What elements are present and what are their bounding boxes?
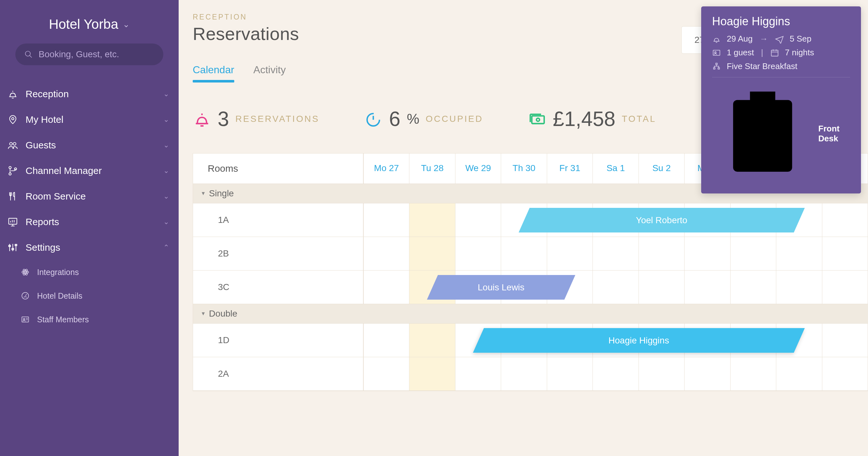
reservation-guest: Louis Lewis [478, 282, 524, 293]
calendar-cell[interactable] [822, 270, 868, 304]
calendar-cell[interactable] [364, 203, 409, 237]
calendar-cell[interactable] [639, 237, 685, 270]
calendar-cell[interactable] [593, 237, 639, 270]
reservation-bar[interactable]: Hoagie Higgins [473, 328, 804, 353]
calendar-cell[interactable] [639, 357, 685, 391]
calendar-cell[interactable] [822, 323, 868, 357]
tooltip-checkin: 29 Aug [727, 34, 753, 44]
room-row: 1AYoel Roberto [193, 203, 868, 237]
calendar-cell[interactable] [409, 203, 455, 237]
svg-point-24 [715, 52, 716, 53]
chevron-down-icon: ⌄ [163, 218, 169, 226]
calendar-cell[interactable] [593, 270, 639, 304]
room-name: 2A [193, 357, 364, 391]
hotel-selector[interactable]: Hotel Yorba ⌄ [0, 9, 179, 44]
calendar-cell[interactable] [731, 237, 776, 270]
sidebar-item-label: Guests [26, 140, 56, 151]
gauge-icon [21, 291, 30, 301]
svg-rect-25 [772, 50, 778, 56]
tab-calendar[interactable]: Calendar [193, 64, 234, 82]
sidebar-item-my-hotel[interactable]: My Hotel⌄ [0, 107, 179, 133]
day-header: Fr 31 [547, 153, 593, 183]
sidebar-item-label: Reports [26, 217, 59, 227]
calendar-cell[interactable] [685, 357, 730, 391]
chevron-down-icon: ⌄ [123, 20, 130, 29]
bell-icon [193, 110, 211, 128]
reservation-bar[interactable]: Yoel Roberto [519, 208, 805, 232]
reservation-guest: Hoagie Higgins [609, 336, 669, 346]
hotel-name: Hotel Yorba [49, 17, 118, 32]
sidebar-item-room-service[interactable]: Room Service⌄ [0, 183, 179, 209]
main: RECEPTION Reservations 27 Aug 2018 2 wee… [179, 0, 868, 456]
svg-point-0 [25, 51, 30, 56]
calendar-cell[interactable] [822, 357, 868, 391]
calendar-cell[interactable] [501, 237, 547, 270]
calendar-cell[interactable] [685, 237, 730, 270]
sidebar-item-label: Integrations [37, 268, 79, 277]
board-icon [7, 216, 19, 228]
stat-occupied: 6 % OCCUPIED [364, 107, 483, 131]
bell-icon [7, 88, 19, 100]
calendar-cell[interactable] [364, 357, 409, 391]
room-row: 2A [193, 357, 868, 391]
room-name: 1A [193, 203, 364, 237]
calendar-cell[interactable] [776, 357, 822, 391]
reservation-bar[interactable]: Louis Lewis [427, 275, 576, 300]
calendar-cell[interactable] [456, 237, 501, 270]
tab-activity[interactable]: Activity [253, 64, 286, 82]
tooltip-checkout: 5 Sep [790, 34, 811, 44]
room-name: 1D [193, 323, 364, 357]
calendar-cell[interactable] [364, 323, 409, 357]
search-input[interactable] [39, 49, 154, 59]
calendar-cell[interactable] [731, 270, 776, 304]
reservation-guest: Yoel Roberto [636, 215, 687, 225]
sidebar-item-channel-manager[interactable]: Channel Manager⌄ [0, 158, 179, 183]
search-input-wrap[interactable] [16, 44, 163, 65]
day-header: Th 30 [501, 153, 547, 183]
sidebar-subitem-staff-members[interactable]: Staff Members [0, 308, 179, 331]
chevron-down-icon: ⌄ [163, 192, 169, 200]
svg-point-3 [9, 143, 12, 145]
calendar-cell[interactable] [822, 237, 868, 270]
sidebar-item-reports[interactable]: Reports⌄ [0, 209, 179, 235]
calendar-cell[interactable] [409, 357, 455, 391]
sidebar-item-guests[interactable]: Guests⌄ [0, 133, 179, 158]
sidebar-item-label: Staff Members [37, 315, 89, 324]
svg-rect-27 [714, 67, 715, 69]
stat-total: £1,458 TOTAL [528, 107, 656, 131]
calendar-cell[interactable] [501, 357, 547, 391]
calendar-cell[interactable] [456, 357, 501, 391]
calendar-cell[interactable] [547, 357, 593, 391]
tree-icon [712, 62, 721, 71]
sidebar-item-settings[interactable]: Settings⌃ [0, 235, 179, 260]
room-section[interactable]: ▼Double [193, 304, 868, 323]
sidebar: Hotel Yorba ⌄ Reception⌄My Hotel⌄Guests⌄… [0, 0, 179, 456]
calendar-cell[interactable] [776, 237, 822, 270]
calendar-cell[interactable] [776, 270, 822, 304]
tooltip-nights: 7 nights [785, 48, 814, 58]
money-icon [528, 110, 547, 128]
svg-point-19 [367, 114, 380, 126]
svg-point-22 [536, 118, 539, 121]
breadcrumb: RECEPTION [193, 13, 299, 22]
sidebar-item-reception[interactable]: Reception⌄ [0, 81, 179, 107]
calendar-cell[interactable] [731, 357, 776, 391]
calendar-cell[interactable] [409, 237, 455, 270]
calendar-cell[interactable] [364, 270, 409, 304]
sidebar-subitem-hotel-details[interactable]: Hotel Details [0, 284, 179, 308]
reservation-tooltip: Hoagie Higgins 29 Aug → 5 Sep 1 guest | … [701, 6, 861, 194]
calendar-cell[interactable] [593, 357, 639, 391]
calendar-icon [770, 48, 779, 57]
sidebar-subitem-integrations[interactable]: Integrations [0, 260, 179, 284]
calendar-cell[interactable] [685, 270, 730, 304]
day-header: We 29 [456, 153, 501, 183]
calendar-cell[interactable] [639, 270, 685, 304]
tooltip-plan: Five Star Breakfast [727, 61, 797, 71]
calendar-cell[interactable] [364, 237, 409, 270]
calendar-cell[interactable] [547, 237, 593, 270]
calendar-cell[interactable] [409, 323, 455, 357]
rooms-header: Rooms [193, 153, 364, 183]
calendar-cell[interactable] [822, 203, 868, 237]
calendar-cell[interactable] [456, 203, 501, 237]
chevron-down-icon: ⌄ [163, 167, 169, 175]
